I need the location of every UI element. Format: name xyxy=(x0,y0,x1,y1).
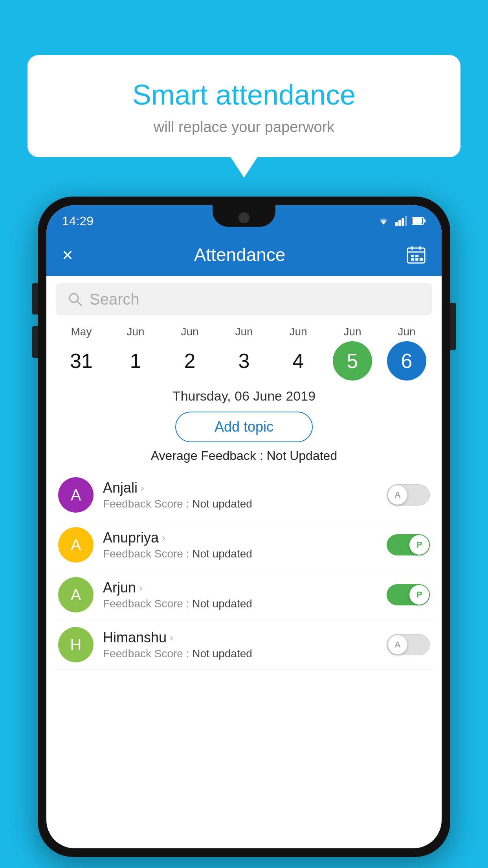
student-name-3[interactable]: Himanshu › xyxy=(103,629,377,646)
svg-rect-1 xyxy=(398,220,401,226)
date-month-6: Jun xyxy=(398,326,415,338)
speech-bubble: Smart attendance will replace your paper… xyxy=(28,55,460,157)
toggle-container-0: A xyxy=(387,484,430,506)
selected-date: Thursday, 06 June 2019 xyxy=(46,381,442,408)
date-day-3: 3 xyxy=(224,341,264,381)
date-day-6: 6 xyxy=(387,341,426,381)
date-day-0: 31 xyxy=(62,341,101,381)
avg-feedback: Average Feedback : Not Updated xyxy=(46,447,442,470)
status-icons xyxy=(376,216,426,226)
date-month-3: Jun xyxy=(235,326,253,338)
toggle-container-2: P xyxy=(387,584,430,605)
date-day-1: 1 xyxy=(116,341,155,381)
student-avatar-3: H xyxy=(58,627,94,662)
date-item-4[interactable]: Jun4 xyxy=(275,326,322,381)
student-chevron-1: › xyxy=(162,532,165,544)
close-button[interactable]: × xyxy=(62,244,73,266)
student-item-1: AAnupriya ›Feedback Score : Not updatedP xyxy=(54,520,434,570)
student-avatar-0: A xyxy=(58,477,94,513)
date-strip: May31Jun1Jun2Jun3Jun4Jun5Jun6 xyxy=(46,319,442,381)
student-info-1: Anupriya ›Feedback Score : Not updated xyxy=(103,530,377,560)
toggle-thumb-1: P xyxy=(409,535,429,555)
toggle-container-3: A xyxy=(387,634,430,655)
student-list: AAnjali ›Feedback Score : Not updatedAAA… xyxy=(46,470,442,670)
speech-bubble-subtitle: will replace your paperwork xyxy=(51,119,437,136)
toggle-thumb-0: A xyxy=(388,485,407,505)
student-avatar-1: A xyxy=(58,527,94,563)
svg-rect-0 xyxy=(395,222,398,226)
phone-screen: 14:29 xyxy=(46,205,442,848)
attendance-toggle-1[interactable]: P xyxy=(387,534,430,555)
phone-volume-down-button xyxy=(32,326,38,358)
camera-dot xyxy=(238,212,250,223)
date-day-5: 5 xyxy=(333,341,372,381)
date-day-2: 2 xyxy=(170,341,209,381)
svg-rect-6 xyxy=(413,218,422,224)
student-item-0: AAnjali ›Feedback Score : Not updatedA xyxy=(54,470,434,520)
date-month-0: May xyxy=(71,326,92,338)
search-placeholder: Search xyxy=(90,291,139,308)
student-chevron-0: › xyxy=(141,482,144,494)
svg-rect-14 xyxy=(415,258,418,261)
svg-rect-12 xyxy=(415,255,418,257)
svg-rect-5 xyxy=(424,219,426,223)
svg-rect-15 xyxy=(420,258,423,261)
signal-icon xyxy=(395,216,407,226)
date-month-1: Jun xyxy=(127,326,144,338)
app-bar: × Attendance xyxy=(46,234,442,276)
app-bar-title: Attendance xyxy=(89,244,391,265)
phone-volume-up-button xyxy=(32,283,38,314)
attendance-toggle-2[interactable]: P xyxy=(387,584,430,605)
svg-rect-13 xyxy=(411,258,414,261)
svg-line-17 xyxy=(77,301,81,305)
date-item-0[interactable]: May31 xyxy=(58,326,105,381)
date-item-5[interactable]: Jun5 xyxy=(329,326,376,381)
student-info-2: Arjun ›Feedback Score : Not updated xyxy=(103,579,377,610)
student-item-2: AArjun ›Feedback Score : Not updatedP xyxy=(54,570,434,620)
student-feedback-2: Feedback Score : Not updated xyxy=(103,598,377,610)
student-feedback-0: Feedback Score : Not updated xyxy=(103,498,377,510)
student-name-2[interactable]: Arjun › xyxy=(103,579,377,596)
date-day-4: 4 xyxy=(279,341,318,381)
student-info-0: Anjali ›Feedback Score : Not updated xyxy=(103,480,377,510)
attendance-toggle-3[interactable]: A xyxy=(387,634,430,655)
toggle-thumb-2: P xyxy=(409,585,429,605)
calendar-icon[interactable] xyxy=(406,245,426,265)
search-bar[interactable]: Search xyxy=(56,283,432,315)
status-time: 14:29 xyxy=(62,214,94,228)
speech-bubble-title: Smart attendance xyxy=(51,79,437,111)
battery-icon xyxy=(412,217,426,225)
toggle-container-1: P xyxy=(387,534,430,555)
wifi-icon xyxy=(376,216,391,226)
date-month-2: Jun xyxy=(181,326,198,338)
student-chevron-2: › xyxy=(139,582,143,594)
student-feedback-3: Feedback Score : Not updated xyxy=(103,647,377,660)
speech-bubble-container: Smart attendance will replace your paper… xyxy=(28,55,460,157)
student-name-0[interactable]: Anjali › xyxy=(103,480,377,496)
svg-rect-2 xyxy=(402,218,404,226)
date-item-3[interactable]: Jun3 xyxy=(220,326,268,381)
svg-rect-3 xyxy=(405,216,407,226)
date-item-6[interactable]: Jun6 xyxy=(383,326,430,381)
student-info-3: Himanshu ›Feedback Score : Not updated xyxy=(103,629,377,660)
date-month-4: Jun xyxy=(289,326,307,338)
date-month-5: Jun xyxy=(343,326,361,338)
student-item-3: HHimanshu ›Feedback Score : Not updatedA xyxy=(54,620,434,670)
attendance-toggle-0[interactable]: A xyxy=(387,484,430,506)
date-item-1[interactable]: Jun1 xyxy=(112,326,159,381)
phone-frame: 14:29 xyxy=(38,197,450,857)
phone-notch xyxy=(213,205,275,227)
phone-power-button xyxy=(450,303,456,350)
student-name-1[interactable]: Anupriya › xyxy=(103,530,377,546)
toggle-thumb-3: A xyxy=(388,635,407,655)
search-icon xyxy=(68,292,83,307)
student-feedback-1: Feedback Score : Not updated xyxy=(103,548,377,560)
student-chevron-3: › xyxy=(170,632,173,644)
date-item-2[interactable]: Jun2 xyxy=(166,326,213,381)
svg-rect-11 xyxy=(411,255,414,257)
student-avatar-2: A xyxy=(58,577,94,612)
add-topic-button[interactable]: Add topic xyxy=(175,412,313,442)
